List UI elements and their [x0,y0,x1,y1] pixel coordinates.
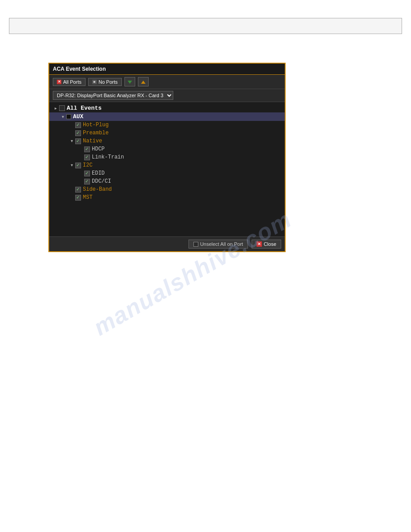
close-x-icon: ✕ [257,241,262,247]
no-ports-button[interactable]: ■ No Ports [88,78,122,86]
tree-item-mst[interactable]: MST [49,193,285,202]
tree-item-side-band[interactable]: Side-Band [49,185,285,193]
checkbox-hdcp[interactable] [84,146,90,152]
checkbox-preamble[interactable] [75,130,81,136]
tree-item-i2c[interactable]: ▾ I2C [49,161,285,169]
dialog-title: ACA Event Selection [49,64,285,75]
tree-item-hdcp[interactable]: HDCP [49,145,285,153]
spacer-ddc-ci [78,179,83,184]
checkbox-ddc-ci[interactable] [84,179,90,184]
dialog-toolbar: ✕ All Ports ■ No Ports [49,75,285,89]
close-button[interactable]: ✕ Close [252,240,281,249]
tree-item-link-train[interactable]: Link-Train [49,153,285,161]
checkbox-hot-plug[interactable] [75,122,81,128]
tree-item-native[interactable]: ▾ Native [49,137,285,145]
unselect-label: Unselect All on Port [200,241,243,247]
scroll-down-button[interactable] [124,77,135,86]
label-hot-plug: Hot-Plug [83,122,109,128]
spacer-edid [78,171,83,176]
checkbox-mst[interactable] [75,195,81,201]
spacer-hdcp [78,146,83,152]
spacer-mst [69,195,74,200]
label-aux: AUX [73,113,83,120]
event-tree: ▸ All Events ▾ AUX Hot-Plug Preamble ▾ N… [49,102,285,236]
checkbox-i2c[interactable] [75,163,81,168]
unselect-all-button[interactable]: Unselect All on Port [188,240,248,249]
label-ddc-ci: DDC/CI [92,178,111,184]
label-i2c: I2C [83,162,93,168]
no-ports-icon: ■ [92,80,97,84]
unselect-checkbox-icon [193,242,198,247]
all-ports-label: All Ports [63,79,81,85]
close-label: Close [264,241,276,247]
all-ports-button[interactable]: ✕ All Ports [53,78,86,86]
arrow-down-icon [128,81,132,84]
spacer-preamble [69,130,74,136]
tree-item-hot-plug[interactable]: Hot-Plug [49,121,285,129]
expand-i2c-icon: ▾ [69,163,74,168]
expand-native-icon: ▾ [69,138,74,144]
arrow-up-icon [141,81,146,84]
label-all-events: All Events [67,105,102,112]
expand-aux-icon: ▾ [60,114,65,120]
all-ports-icon: ✕ [57,80,61,84]
tree-item-edid[interactable]: EDID [49,169,285,177]
label-link-train: Link-Train [92,154,124,160]
top-bar [9,18,402,34]
scroll-up-button[interactable] [138,77,149,86]
device-dropdown-row: DP-R32: DisplayPort Basic Analyzer RX - … [49,89,285,102]
label-native: Native [83,138,102,144]
tree-item-ddc-ci[interactable]: DDC/CI [49,177,285,185]
expand-all-events-icon: ▸ [53,106,58,111]
aca-event-selection-dialog: ACA Event Selection ✕ All Ports ■ No Por… [48,63,286,252]
spacer-side-band [69,187,74,192]
checkbox-side-band[interactable] [75,187,81,193]
label-preamble: Preamble [83,130,109,136]
label-side-band: Side-Band [83,186,112,193]
tree-item-preamble[interactable]: Preamble [49,129,285,137]
checkbox-native[interactable] [75,138,81,144]
no-ports-label: No Ports [98,79,118,85]
checkbox-all-events[interactable] [59,105,65,111]
label-mst: MST [83,194,93,201]
aux-square-icon [66,114,71,119]
device-dropdown[interactable]: DP-R32: DisplayPort Basic Analyzer RX - … [53,91,173,100]
label-hdcp: HDCP [92,146,105,152]
checkbox-link-train[interactable] [84,154,90,160]
tree-item-aux[interactable]: ▾ AUX [49,112,285,121]
dialog-footer: Unselect All on Port ✕ Close [49,236,285,251]
checkbox-edid[interactable] [84,171,90,176]
spacer-hot-plug [69,122,74,128]
label-edid: EDID [92,170,105,176]
tree-item-all-events[interactable]: ▸ All Events [49,104,285,112]
spacer-link-train [78,154,83,160]
